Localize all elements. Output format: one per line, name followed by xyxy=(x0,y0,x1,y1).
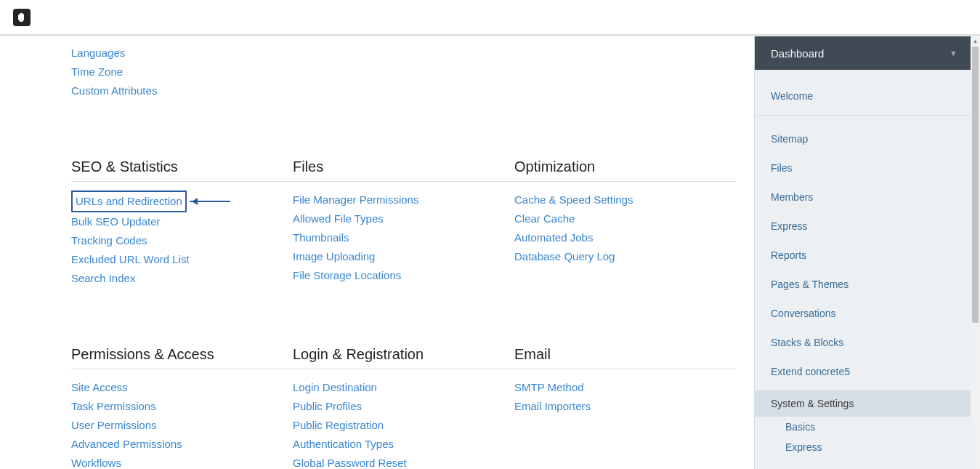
sidebar-item-files[interactable]: Files xyxy=(755,153,971,183)
link-allowed-file-types[interactable]: Allowed File Types xyxy=(293,209,514,228)
link-bulk-seo-updater[interactable]: Bulk SEO Updater xyxy=(71,212,293,231)
link-thumbnails[interactable]: Thumbnails xyxy=(293,228,514,247)
link-list-permissions: Site Access Task Permissions User Permis… xyxy=(71,378,293,469)
section-files: Files File Manager Permissions Allowed F… xyxy=(293,159,514,288)
link-workflows[interactable]: Workflows xyxy=(71,454,293,469)
main-content: Languages Time Zone Custom Attributes SE… xyxy=(0,36,752,469)
section-login-registration: Login & Registration Login Destination P… xyxy=(293,346,514,469)
link-search-index[interactable]: Search Index xyxy=(71,269,293,288)
link-clear-cache[interactable]: Clear Cache xyxy=(514,209,736,228)
link-authentication-types[interactable]: Authentication Types xyxy=(293,435,514,454)
link-advanced-permissions[interactable]: Advanced Permissions xyxy=(71,435,293,454)
link-list-seo: URLs and Redirection Bulk SEO Updater Tr… xyxy=(71,191,293,288)
link-file-storage-locations[interactable]: File Storage Locations xyxy=(293,266,514,285)
sidebar-item-extend-concrete5[interactable]: Extend concrete5 xyxy=(755,357,971,386)
chevron-down-icon: ▼ xyxy=(949,49,957,57)
section-title-login: Login & Registration xyxy=(293,346,514,369)
link-custom-attributes[interactable]: Custom Attributes xyxy=(71,81,752,100)
link-image-uploading[interactable]: Image Uploading xyxy=(293,247,514,266)
highlight-arrow xyxy=(190,201,230,202)
sidebar-item-conversations[interactable]: Conversations xyxy=(755,299,971,328)
section-title-files: Files xyxy=(293,159,514,182)
sidebar-nav: Sitemap Files Members Express Reports Pa… xyxy=(755,116,971,457)
link-tracking-codes[interactable]: Tracking Codes xyxy=(71,231,293,250)
sidebar-item-members[interactable]: Members xyxy=(755,183,971,212)
prelinks-list: Languages Time Zone Custom Attributes xyxy=(0,36,752,100)
section-title-permissions: Permissions & Access xyxy=(71,346,293,369)
section-optimization: Optimization Cache & Speed Settings Clea… xyxy=(514,159,736,288)
sections-row-1: SEO & Statistics URLs and Redirection Bu… xyxy=(0,100,752,288)
sidebar-header[interactable]: Dashboard ▼ xyxy=(755,36,971,70)
link-file-manager-permissions[interactable]: File Manager Permissions xyxy=(293,191,514,209)
section-permissions-access: Permissions & Access Site Access Task Pe… xyxy=(71,346,293,469)
link-global-password-reset[interactable]: Global Password Reset xyxy=(293,454,514,469)
section-title-email: Email xyxy=(514,346,736,369)
link-public-profiles[interactable]: Public Profiles xyxy=(293,397,514,416)
scroll-up-arrow-icon[interactable]: ▲ xyxy=(971,36,980,45)
link-cache-speed-settings[interactable]: Cache & Speed Settings xyxy=(514,191,736,209)
link-languages[interactable]: Languages xyxy=(71,44,752,63)
sidebar-welcome-label: Welcome xyxy=(771,90,813,102)
sidebar-subitem-basics[interactable]: Basics xyxy=(755,417,971,437)
sidebar-header-label: Dashboard xyxy=(771,47,824,60)
sidebar-item-system-settings[interactable]: System & Settings xyxy=(755,390,971,417)
concrete5-logo[interactable] xyxy=(13,9,31,26)
sidebar-item-reports[interactable]: Reports xyxy=(755,241,971,270)
sidebar-item-express[interactable]: Express xyxy=(755,212,971,241)
sidebar-item-stacks-blocks[interactable]: Stacks & Blocks xyxy=(755,328,971,357)
link-public-registration[interactable]: Public Registration xyxy=(293,416,514,435)
link-urls-and-redirection[interactable]: URLs and Redirection xyxy=(71,191,187,212)
link-excluded-url-word-list[interactable]: Excluded URL Word List xyxy=(71,250,293,269)
sidebar-subitem-express[interactable]: Express xyxy=(755,437,971,457)
link-user-permissions[interactable]: User Permissions xyxy=(71,416,293,435)
section-seo-statistics: SEO & Statistics URLs and Redirection Bu… xyxy=(71,159,293,288)
link-automated-jobs[interactable]: Automated Jobs xyxy=(514,228,736,247)
hand-icon xyxy=(16,12,28,23)
link-task-permissions[interactable]: Task Permissions xyxy=(71,397,293,416)
sidebar-item-pages-themes[interactable]: Pages & Themes xyxy=(755,270,971,299)
scrollbar-track[interactable]: ▲ xyxy=(971,36,980,469)
section-email: Email SMTP Method Email Importers xyxy=(514,346,736,469)
sections-row-2: Permissions & Access Site Access Task Pe… xyxy=(0,288,752,469)
link-database-query-log[interactable]: Database Query Log xyxy=(514,247,736,266)
link-list-email: SMTP Method Email Importers xyxy=(514,378,736,416)
section-title-optimization: Optimization xyxy=(514,159,736,182)
top-bar xyxy=(0,0,980,35)
dashboard-sidebar: Dashboard ▼ Welcome Sitemap Files Member… xyxy=(754,36,971,469)
section-title-seo: SEO & Statistics xyxy=(71,159,293,182)
sidebar-item-sitemap[interactable]: Sitemap xyxy=(755,124,971,153)
link-list-optimization: Cache & Speed Settings Clear Cache Autom… xyxy=(514,191,736,266)
link-list-files: File Manager Permissions Allowed File Ty… xyxy=(293,191,514,285)
sidebar-welcome[interactable]: Welcome xyxy=(755,70,971,116)
link-login-destination[interactable]: Login Destination xyxy=(293,378,514,397)
link-smtp-method[interactable]: SMTP Method xyxy=(514,378,736,397)
link-list-login: Login Destination Public Profiles Public… xyxy=(293,378,514,469)
scrollbar-thumb[interactable] xyxy=(972,47,979,323)
link-time-zone[interactable]: Time Zone xyxy=(71,63,752,81)
link-site-access[interactable]: Site Access xyxy=(71,378,293,397)
link-email-importers[interactable]: Email Importers xyxy=(514,397,736,416)
